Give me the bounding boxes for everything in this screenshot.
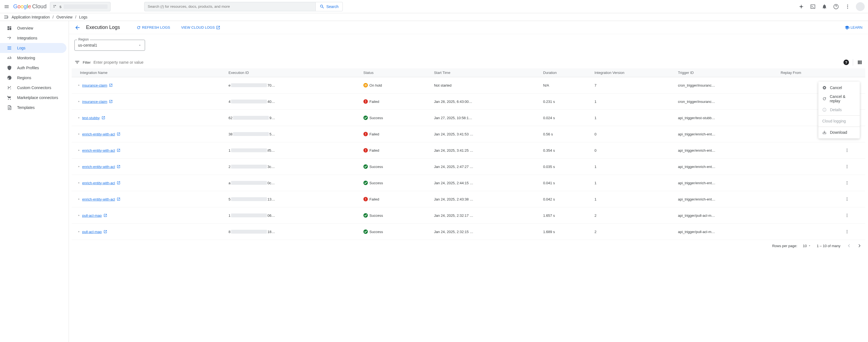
col-header-trigger[interactable]: Trigger ID (675, 68, 778, 77)
refresh-logs-button[interactable]: REFRESH LOGS (136, 25, 170, 30)
breadcrumb-product[interactable]: Application Integration (11, 15, 50, 19)
status-success-icon (364, 164, 368, 169)
status-success-icon (364, 116, 368, 120)
status-cell: !Failed (364, 148, 429, 153)
sidebar-item-logs[interactable]: Logs (0, 43, 66, 53)
execution-id: a0c… (228, 181, 358, 185)
version: 1 (592, 191, 675, 208)
trigger-id: api_trigger/enrich-ent… (675, 142, 778, 159)
sidebar-item-auth[interactable]: Auth Profiles (0, 63, 69, 73)
integration-link[interactable]: insurance-claim (82, 99, 107, 104)
status-cell: Success (364, 164, 429, 169)
expand-icon[interactable] (77, 116, 81, 119)
search-button[interactable]: Search (316, 2, 342, 11)
start-time: Jan 24, 2025, 2:47:27 … (431, 159, 540, 175)
version: 1 (592, 175, 675, 191)
more-icon[interactable] (844, 3, 851, 10)
row-actions-button[interactable] (845, 225, 863, 238)
start-time: Jan 24, 2025, 3:41:25 … (431, 142, 540, 159)
page-title: Execution Logs (86, 25, 120, 30)
google-cloud-logo[interactable]: Google Cloud (13, 3, 46, 10)
svg-rect-7 (366, 84, 367, 86)
cancel-icon (822, 86, 827, 90)
filter-icon (74, 60, 80, 65)
console-header: Google Cloud s Search (0, 0, 868, 13)
expand-icon[interactable] (77, 230, 81, 233)
col-header-duration[interactable]: Duration (540, 68, 592, 77)
sidebar-item-templates[interactable]: Templates (0, 102, 69, 113)
region-select[interactable]: us-central1 (74, 40, 145, 51)
integration-link[interactable]: pull-acl-map (82, 230, 102, 234)
sidebar-item-connectors[interactable]: Custom Connectors (0, 83, 69, 93)
integration-link[interactable]: enrich-entity-with-acl (82, 148, 115, 153)
row-context-menu: Cancel Cancel & replay Details Cloud log… (818, 82, 860, 138)
filter-help-icon[interactable]: ? (843, 60, 849, 65)
next-page-button[interactable] (857, 243, 863, 249)
expand-icon[interactable] (77, 100, 81, 103)
hamburger-icon[interactable] (3, 3, 10, 10)
svg-point-30 (847, 199, 847, 200)
row-actions-button[interactable] (845, 177, 863, 189)
learn-button[interactable]: LEARN (844, 25, 863, 30)
external-link-icon (109, 99, 113, 103)
menu-download[interactable]: Download (818, 128, 860, 137)
expand-icon[interactable] (77, 181, 81, 185)
prev-page-button[interactable] (846, 243, 852, 249)
search-input[interactable] (144, 2, 316, 11)
expand-icon[interactable] (77, 214, 81, 217)
sidebar-item-integrations[interactable]: Integrations (0, 33, 69, 43)
expand-icon[interactable] (77, 165, 81, 168)
sidebar-item-monitoring[interactable]: Monitoring (0, 53, 69, 63)
status-cell: !Failed (364, 99, 429, 104)
integration-link[interactable]: insurance-claim (82, 83, 107, 87)
marketplace-icon (7, 95, 12, 100)
row-actions-button[interactable] (845, 144, 863, 157)
svg-point-27 (847, 183, 847, 183)
row-actions-button[interactable] (845, 209, 863, 222)
sidebar-item-overview[interactable]: Overview (0, 23, 69, 33)
svg-point-21 (847, 150, 847, 151)
integration-link[interactable]: enrich-entity-with-acl (82, 165, 115, 169)
menu-cancel[interactable]: Cancel (818, 83, 860, 92)
breadcrumb-overview[interactable]: Overview (56, 15, 72, 19)
svg-point-34 (847, 216, 847, 217)
sidebar-item-label: Integrations (17, 36, 37, 40)
integration-link[interactable]: enrich-entity-with-acl (82, 181, 115, 185)
expand-icon[interactable] (77, 149, 81, 152)
col-header-name[interactable]: Integration Name (72, 68, 226, 77)
trigger-id: api_trigger/enrich-ent… (675, 191, 778, 208)
view-cloud-logs-button[interactable]: VIEW CLOUD LOGS (181, 25, 220, 30)
column-display-icon[interactable] (857, 60, 863, 65)
execution-id: 1if5… (228, 148, 358, 153)
col-header-replay[interactable]: Replay From (778, 68, 842, 77)
col-header-start[interactable]: Start Time (431, 68, 540, 77)
version: 1 (592, 159, 675, 175)
expand-icon[interactable] (77, 197, 81, 201)
menu-details: Details (818, 105, 860, 114)
col-header-version[interactable]: Integration Version (592, 68, 675, 77)
expand-icon[interactable] (77, 132, 81, 136)
filter-input[interactable] (93, 60, 841, 65)
avatar[interactable] (856, 2, 865, 11)
rows-per-page-select[interactable]: 10 (803, 244, 811, 248)
sidebar-item-marketplace[interactable]: Marketplace connectors (0, 93, 69, 102)
expand-icon[interactable] (77, 84, 81, 87)
breadcrumb-page[interactable]: Logs (79, 15, 87, 19)
notifications-icon[interactable] (821, 3, 828, 10)
sidebar-item-regions[interactable]: Regions (0, 73, 69, 83)
project-selector[interactable]: s (50, 2, 111, 11)
gemini-icon[interactable] (798, 3, 805, 10)
back-arrow-icon[interactable] (74, 25, 81, 31)
col-header-status[interactable]: Status (361, 68, 431, 77)
cloud-shell-icon[interactable] (810, 3, 816, 10)
help-icon[interactable] (833, 3, 839, 10)
integration-link[interactable]: enrich-entity-with-acl (82, 197, 115, 201)
svg-point-31 (847, 200, 847, 201)
col-header-exec[interactable]: Execution ID (226, 68, 361, 77)
row-actions-button[interactable] (845, 193, 863, 206)
integration-link[interactable]: enrich-entity-with-acl (82, 132, 115, 136)
menu-cancel-replay[interactable]: Cancel & replay (818, 92, 860, 105)
row-actions-button[interactable] (845, 160, 863, 173)
integration-link[interactable]: test-stubby (82, 116, 100, 120)
integration-link[interactable]: pull-acl-map (82, 214, 102, 218)
